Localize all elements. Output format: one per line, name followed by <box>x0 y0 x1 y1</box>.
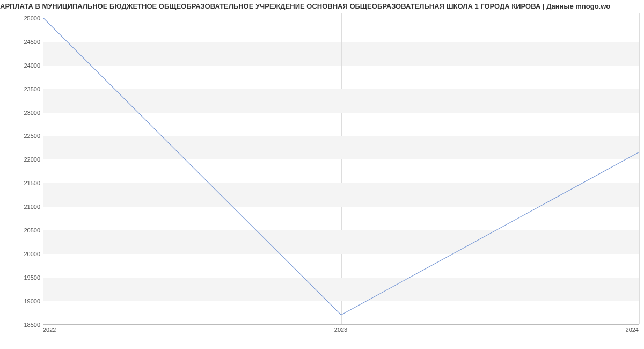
x-tick-label: 2023 <box>334 326 347 333</box>
y-tick-label: 20500 <box>8 227 40 234</box>
line-layer <box>43 13 639 324</box>
y-tick-label: 25000 <box>8 15 40 21</box>
y-tick-label: 21000 <box>8 203 40 210</box>
y-tick-label: 21500 <box>8 180 40 186</box>
y-tick-label: 19000 <box>8 298 40 304</box>
plot-area <box>43 13 639 325</box>
y-tick-label: 23500 <box>8 86 40 92</box>
chart-container: АРПЛАТА В МУНИЦИПАЛЬНОЕ БЮДЖЕТНОЕ ОБЩЕОБ… <box>0 0 644 349</box>
y-tick-label: 19500 <box>8 274 40 281</box>
chart-title: АРПЛАТА В МУНИЦИПАЛЬНОЕ БЮДЖЕТНОЕ ОБЩЕОБ… <box>0 2 644 10</box>
y-tick-label: 24500 <box>8 39 40 45</box>
x-tick-label: 2024 <box>626 326 639 333</box>
y-tick-label: 24000 <box>8 62 40 69</box>
y-tick-label: 20000 <box>8 251 40 257</box>
y-tick-label: 18500 <box>8 322 40 328</box>
y-tick-label: 22500 <box>8 133 40 139</box>
y-tick-label: 22000 <box>8 156 40 163</box>
grid-vline <box>639 13 640 324</box>
x-tick-label: 2022 <box>43 326 56 333</box>
series-line <box>43 18 639 315</box>
y-tick-label: 23000 <box>8 110 40 116</box>
